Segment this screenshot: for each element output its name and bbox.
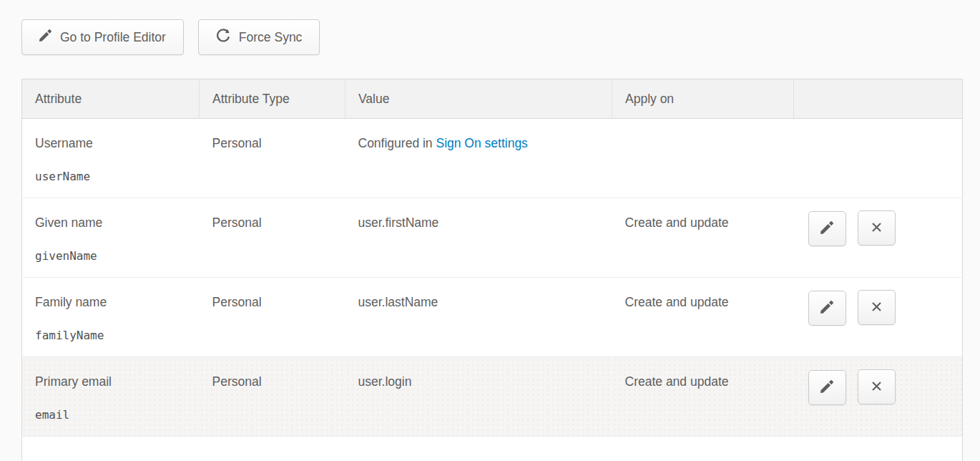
- attribute-variable-name: givenName: [35, 248, 187, 265]
- attribute-mappings-page: Go to Profile Editor Force Sync Attribut…: [0, 0, 980, 461]
- edit-mapping-button[interactable]: [808, 211, 846, 246]
- force-sync-button[interactable]: Force Sync: [198, 19, 320, 55]
- attribute-display-name: Family name: [35, 295, 107, 309]
- table-row-family-name: Family name familyName Personal user.las…: [22, 278, 963, 357]
- value-cell: Configured in Sign On settings: [346, 119, 612, 198]
- remove-mapping-button[interactable]: [858, 369, 896, 404]
- attribute-cell: Primary email email: [22, 357, 200, 437]
- value-cell: user.login: [346, 357, 612, 437]
- attribute-cell: Username userName: [22, 119, 200, 198]
- toolbar: Go to Profile Editor Force Sync: [21, 19, 962, 55]
- table-header: Attribute Attribute Type Value Apply on: [22, 79, 963, 119]
- attribute-cell: Given name givenName: [22, 198, 200, 278]
- header-apply-on: Apply on: [612, 79, 794, 119]
- table-row-primary-email: Primary email email Personal user.login …: [22, 357, 963, 437]
- remove-mapping-button[interactable]: [858, 290, 896, 325]
- pencil-icon: [820, 380, 833, 395]
- attribute-cell: Family name familyName: [22, 278, 200, 357]
- empty-cell: [22, 437, 963, 461]
- table-row-username: Username userName Personal Configured in…: [22, 119, 963, 198]
- refresh-icon: [216, 29, 230, 47]
- edit-mapping-button[interactable]: [808, 291, 846, 326]
- attribute-variable-name: userName: [35, 168, 187, 185]
- value-cell: user.firstName: [346, 198, 612, 278]
- attribute-display-name: Given name: [35, 215, 102, 230]
- go-to-profile-editor-label: Go to Profile Editor: [60, 30, 166, 45]
- attribute-display-name: Primary email: [35, 374, 112, 389]
- attribute-type-cell: Personal: [200, 357, 346, 437]
- header-value: Value: [346, 79, 612, 119]
- actions-cell: [794, 119, 963, 198]
- close-icon: [870, 220, 883, 236]
- attribute-type-cell: Personal: [200, 119, 346, 198]
- remove-mapping-button[interactable]: [858, 210, 896, 246]
- pencil-icon: [820, 301, 833, 316]
- actions-cell: [794, 278, 963, 357]
- attribute-variable-name: email: [35, 407, 187, 424]
- value-cell: user.lastName: [346, 278, 612, 357]
- header-actions: [794, 79, 963, 119]
- pencil-icon: [39, 29, 52, 45]
- header-attribute-type: Attribute Type: [200, 79, 346, 119]
- attribute-display-name: Username: [35, 136, 93, 150]
- value-text: Configured in: [358, 136, 436, 150]
- close-icon: [870, 379, 883, 395]
- force-sync-label: Force Sync: [239, 30, 303, 45]
- attribute-variable-name: familyName: [35, 327, 187, 344]
- table-row-empty: [22, 437, 963, 461]
- sign-on-settings-link[interactable]: Sign On settings: [436, 136, 527, 150]
- actions-cell: [794, 198, 963, 278]
- apply-on-cell: Create and update: [612, 357, 794, 437]
- actions-cell: [794, 357, 963, 437]
- go-to-profile-editor-button[interactable]: Go to Profile Editor: [21, 19, 184, 55]
- table-row-given-name: Given name givenName Personal user.first…: [22, 198, 963, 278]
- apply-on-cell: Create and update: [612, 278, 794, 357]
- apply-on-cell: [612, 119, 794, 198]
- close-icon: [870, 300, 883, 316]
- attribute-mappings-table: Attribute Attribute Type Value Apply on …: [21, 79, 963, 461]
- attribute-type-cell: Personal: [200, 198, 346, 278]
- pencil-icon: [820, 221, 833, 236]
- attribute-type-cell: Personal: [200, 278, 346, 357]
- header-attribute: Attribute: [22, 79, 200, 119]
- apply-on-cell: Create and update: [612, 198, 794, 278]
- edit-mapping-button[interactable]: [808, 370, 846, 405]
